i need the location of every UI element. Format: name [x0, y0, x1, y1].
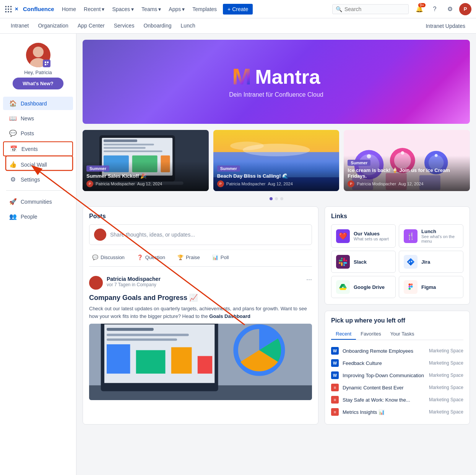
- discussion-icon: 💬: [92, 255, 98, 260]
- whats-new-button[interactable]: What's New?: [13, 78, 64, 89]
- sidebar-label-communities: Communities: [21, 199, 52, 205]
- question-label: Question: [145, 255, 165, 260]
- logo[interactable]: ✕ Confluence: [5, 5, 54, 13]
- links-grid: ❤️ Our Values What sets us apart 🍴: [331, 224, 463, 298]
- dot-2[interactable]: [275, 197, 278, 200]
- pickup-item-3[interactable]: ≡ Dynamic Content Best Ever Marketing Sp…: [331, 381, 463, 394]
- pickup-doc-icon-1: W: [331, 359, 339, 367]
- tab-recent[interactable]: Recent: [331, 329, 356, 340]
- sidebar-greeting: Hey, Patricia: [24, 70, 52, 75]
- nav-home[interactable]: Home: [59, 5, 79, 14]
- tab-your-tasks[interactable]: Your Tasks: [386, 329, 419, 340]
- hero-logo: M Mantra: [232, 65, 320, 88]
- dot-1[interactable]: [270, 197, 273, 200]
- search-bar[interactable]: 🔍: [332, 4, 409, 14]
- notifications-button[interactable]: 🔔 9+: [413, 3, 426, 15]
- poll-button[interactable]: 📊 Poll: [209, 253, 232, 262]
- pickup-item-0[interactable]: W Onboarding Remote Employees Marketing …: [331, 345, 463, 357]
- link-figma[interactable]: Figma: [399, 276, 463, 298]
- news-card-2[interactable]: Summer Beach Day Bliss is Calling! 🌊 P P…: [213, 130, 340, 191]
- calendar-icon: 📅: [10, 145, 18, 152]
- nav-apps[interactable]: Apps ▾: [166, 5, 188, 14]
- link-googledrive[interactable]: Google Drive: [331, 276, 396, 298]
- sidebar-item-people[interactable]: 👥 People: [3, 210, 73, 223]
- post-author-name: Patricia Modispacher: [107, 276, 302, 282]
- svg-rect-19: [104, 139, 137, 142]
- svg-rect-50: [107, 334, 189, 336]
- sidebar-item-settings[interactable]: ⚙ Settings: [3, 173, 73, 186]
- link-lunch[interactable]: 🍴 Lunch See what's on the menu: [399, 224, 463, 248]
- help-button[interactable]: ?: [429, 3, 441, 15]
- post-meta: Patricia Modispacher vor 7 Tagen in Comp…: [107, 276, 302, 287]
- question-button[interactable]: ❓ Question: [134, 253, 168, 262]
- svg-rect-59: [409, 285, 411, 288]
- svg-rect-58: [411, 284, 413, 286]
- dot-3[interactable]: [280, 197, 283, 200]
- secnav-services[interactable]: Services: [109, 19, 139, 32]
- post-input-area[interactable]: Share thoughts, ideas, or updates...: [89, 224, 312, 245]
- svg-rect-14: [45, 64, 46, 65]
- search-input[interactable]: [344, 6, 405, 12]
- search-icon: 🔍: [336, 6, 342, 12]
- pickup-item-1[interactable]: W Feedback Culture Marketing Space: [331, 357, 463, 369]
- news-card-3[interactable]: Summer Ice cream is back! 🍦 Join us for …: [344, 130, 470, 191]
- chevron-down-icon: ▾: [131, 6, 134, 12]
- pickup-title-1: Feedback Culture: [343, 360, 425, 366]
- svg-rect-8: [10, 11, 11, 12]
- svg-rect-49: [107, 328, 154, 331]
- svg-point-10: [33, 47, 44, 57]
- hero-banner: M Mantra Dein Intranet für Confluence Cl…: [83, 40, 470, 124]
- svg-rect-20: [104, 144, 154, 145]
- logo-text: Confluence: [23, 6, 54, 12]
- user-avatar[interactable]: P: [459, 3, 471, 15]
- home-icon: 🏠: [9, 100, 17, 107]
- sidebar-item-communities[interactable]: 🚀 Communities: [3, 195, 73, 208]
- link-our-values[interactable]: ❤️ Our Values What sets us apart: [331, 224, 396, 248]
- sidebar-item-posts[interactable]: 💬 Posts: [3, 126, 73, 140]
- sidebar-label-people: People: [21, 214, 37, 220]
- settings-button[interactable]: ⚙: [444, 3, 456, 15]
- pickup-item-5[interactable]: ≡ Metrics Insights 📊 Marketing Space: [331, 406, 463, 418]
- news-meta-1: P Patricia Modispacher Aug 12, 2024: [86, 180, 205, 187]
- post-time: vor 7 Tagen in Company: [107, 282, 302, 287]
- links-section: Links ❤️ Our Values What sets us apart: [325, 206, 470, 305]
- nav-teams[interactable]: Teams ▾: [138, 5, 164, 14]
- pickup-title-0: Onboarding Remote Employees: [343, 348, 425, 354]
- secnav-appcenter[interactable]: App Center: [73, 19, 109, 32]
- svg-text:✕: ✕: [15, 6, 18, 12]
- create-button[interactable]: + Create: [223, 4, 253, 15]
- tab-favorites[interactable]: Favorites: [356, 329, 385, 340]
- secnav-intranet[interactable]: Intranet: [6, 19, 33, 32]
- sidebar-item-news[interactable]: 📖 News: [3, 112, 73, 125]
- news-tag-3: Summer: [348, 160, 370, 166]
- nav-recent[interactable]: Recent ▾: [81, 5, 107, 14]
- secnav-lunch[interactable]: Lunch: [176, 19, 200, 32]
- link-jira[interactable]: Jira: [399, 251, 463, 273]
- news-card-1[interactable]: Summer Summer Sales Kickoff 🎉 P Patricia…: [83, 130, 209, 191]
- svg-rect-51: [107, 339, 177, 341]
- news-avatar-2: P: [217, 180, 224, 187]
- intranet-updates-link[interactable]: Intranet Updates: [421, 20, 470, 32]
- jira-icon: [404, 255, 418, 269]
- sidebar-item-socialwall[interactable]: 👍 Social Wall: [3, 158, 73, 171]
- secnav-onboarding[interactable]: Onboarding: [139, 19, 176, 32]
- nav-spaces[interactable]: Spaces ▾: [109, 5, 137, 14]
- two-column-layout: Posts Share thoughts, ideas, or updates.…: [83, 206, 470, 425]
- post-more-button[interactable]: ···: [306, 276, 312, 283]
- pickup-space-5: Marketing Space: [429, 409, 463, 415]
- news-title-1: Summer Sales Kickoff 🎉: [86, 173, 205, 179]
- post-link[interactable]: Goals Dashboard: [209, 313, 250, 319]
- sidebar-item-dashboard[interactable]: 🏠 Dashboard: [3, 97, 73, 110]
- nav-icons-group: 🔔 9+ ? ⚙ P: [413, 3, 471, 15]
- praise-button[interactable]: 🏆 Praise: [174, 253, 203, 262]
- sidebar-item-events[interactable]: 📅 Events: [3, 141, 73, 156]
- nav-templates[interactable]: Templates: [189, 5, 220, 14]
- pickup-doc-icon-4: ≡: [331, 396, 339, 404]
- pickup-item-4[interactable]: ≡ Stay Safe at Work: Know the... Marketi…: [331, 394, 463, 406]
- lunch-text: Lunch See what's on the menu: [421, 229, 458, 243]
- link-slack[interactable]: Slack: [331, 251, 396, 273]
- secnav-organization[interactable]: Organization: [33, 19, 73, 32]
- poll-icon: 📊: [212, 255, 218, 260]
- discussion-button[interactable]: 💬 Discussion: [89, 253, 128, 262]
- pickup-item-2[interactable]: W Improving Top-Down Communication Marke…: [331, 369, 463, 381]
